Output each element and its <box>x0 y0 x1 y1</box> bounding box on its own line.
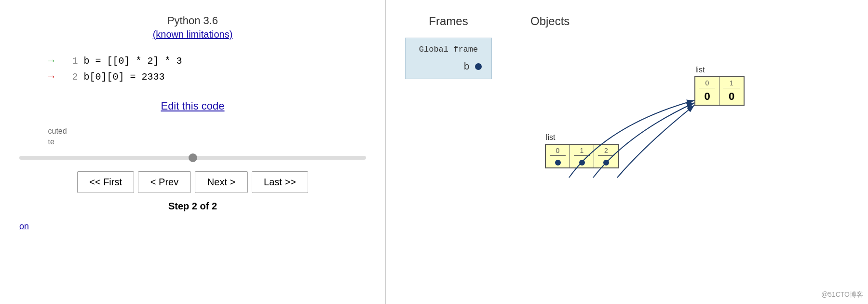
line-number-1: 1 <box>67 55 78 67</box>
outer-list-label: list <box>546 133 556 142</box>
step-info: Step 2 of 2 <box>168 201 217 212</box>
code-text-2: b[0][0] = 2333 <box>84 71 165 83</box>
frame-var-b: b <box>464 61 469 72</box>
bottom-link[interactable]: on <box>19 221 29 232</box>
edit-code-link[interactable]: Edit this code <box>161 100 224 112</box>
code-text-1: b = [[0] * 2] * 3 <box>84 55 182 67</box>
objects-section: Objects list 0 1 2 <box>530 14 820 245</box>
frame-dot-b <box>475 63 482 70</box>
outer-dot-0 <box>555 160 561 166</box>
step-slider[interactable] <box>19 156 366 160</box>
last-button[interactable]: Last >> <box>252 171 308 193</box>
nav-buttons: << First < Prev Next > Last >> <box>77 171 308 193</box>
green-arrow-icon: → <box>48 55 63 67</box>
inner-cell-1: 1 0 <box>719 77 744 105</box>
global-frame: Global frame b <box>405 38 492 79</box>
inner-index-0: 0 <box>699 79 715 88</box>
code-line-1: → 1 b = [[0] * 2] * 3 <box>48 53 338 69</box>
outer-index-2: 2 <box>598 147 614 156</box>
line-number-2: 2 <box>67 71 78 83</box>
inner-list-label: list <box>695 66 705 74</box>
code-block: → 1 b = [[0] * 2] * 3 → 2 b[0][0] = 2333 <box>48 48 338 90</box>
outer-cell-0: 0 <box>546 145 570 167</box>
inner-list-box: list 0 0 1 0 <box>694 76 745 106</box>
frame-row-b: b <box>415 61 482 72</box>
outer-index-0: 0 <box>550 147 566 156</box>
inner-index-1: 1 <box>723 79 740 88</box>
outer-dot-1 <box>579 160 585 166</box>
outer-list-box: list 0 1 2 <box>545 144 619 168</box>
inner-list-cells: 0 0 1 0 <box>695 77 744 105</box>
inner-value-1: 0 <box>729 90 734 103</box>
outer-list-cells: 0 1 2 <box>546 145 618 167</box>
frames-title: Frames <box>429 14 468 28</box>
red-arrow-icon: → <box>48 71 63 83</box>
objects-title: Objects <box>530 14 570 28</box>
status-text-1: cuted <box>48 127 338 136</box>
diagram-area: list 0 1 2 <box>530 38 820 245</box>
watermark: @51CTO博客 <box>821 290 863 299</box>
frames-section: Frames Global frame b <box>405 14 492 79</box>
frame-title: Global frame <box>415 45 482 54</box>
prev-button[interactable]: < Prev <box>138 171 191 193</box>
status-area: cuted te <box>48 127 338 148</box>
outer-cell-2: 2 <box>594 145 618 167</box>
outer-cell-1: 1 <box>570 145 594 167</box>
known-limitations-link[interactable]: (known limitations) <box>153 29 233 40</box>
inner-value-0: 0 <box>704 90 710 103</box>
first-button[interactable]: << First <box>77 171 134 193</box>
code-line-2: → 2 b[0][0] = 2333 <box>48 69 338 85</box>
outer-dot-2 <box>603 160 609 166</box>
next-button[interactable]: Next > <box>195 171 248 193</box>
status-text-2: te <box>48 138 338 146</box>
left-panel: Python 3.6 (known limitations) → 1 b = [… <box>0 0 386 304</box>
slider-container <box>19 153 366 162</box>
inner-cell-0: 0 0 <box>695 77 719 105</box>
right-panel: Frames Global frame b Objects list 0 <box>386 0 868 304</box>
python-version-title: Python 3.6 <box>167 14 218 27</box>
arrows-svg <box>530 38 820 245</box>
outer-index-1: 1 <box>574 147 590 156</box>
